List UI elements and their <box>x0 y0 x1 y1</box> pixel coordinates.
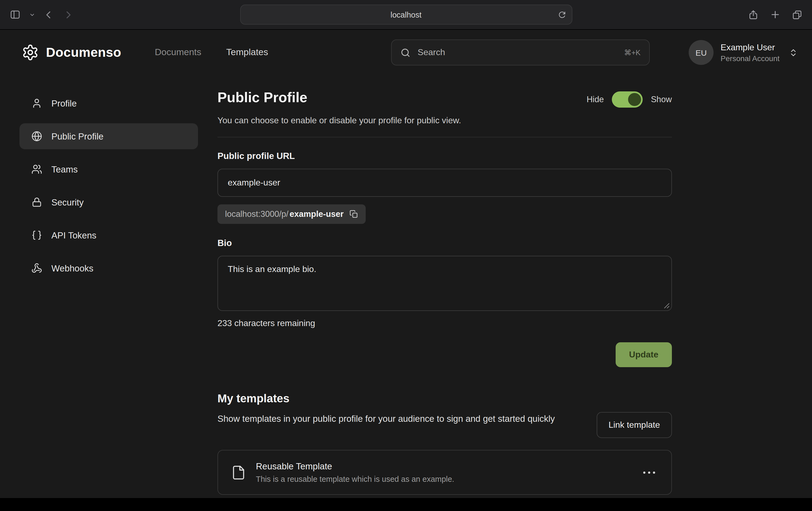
main-nav: Documents Templates <box>155 47 268 58</box>
app-header: Documenso Documents Templates Search ⌘+K… <box>0 30 812 75</box>
address-bar[interactable]: localhost <box>240 5 572 25</box>
file-icon <box>231 465 246 480</box>
avatar: EU <box>689 40 714 65</box>
new-tab-icon[interactable] <box>770 10 780 20</box>
browser-chrome: localhost <box>0 0 812 30</box>
toggle-knob <box>628 93 641 106</box>
address-bar-url: localhost <box>390 10 422 19</box>
profile-url-input[interactable] <box>218 169 672 197</box>
search-input[interactable]: Search ⌘+K <box>391 39 650 65</box>
page-subtitle: You can choose to enable or disable your… <box>218 116 672 125</box>
public-profile-panel: Public Profile Hide Show You can choose … <box>218 89 672 511</box>
brand-name: Documenso <box>46 45 121 60</box>
user-menu[interactable]: EU Example User Personal Account <box>689 40 798 65</box>
my-templates-description: Show templates in your public profile fo… <box>218 412 555 426</box>
user-name: Example User <box>721 42 780 52</box>
share-icon[interactable] <box>748 9 758 20</box>
nav-documents[interactable]: Documents <box>155 47 201 58</box>
sidebar-item-webhooks[interactable]: Webhooks <box>20 255 198 281</box>
documenso-logo-icon <box>22 44 39 61</box>
sidebar-item-teams[interactable]: Teams <box>20 156 198 182</box>
template-name: Reusable Template <box>256 461 454 472</box>
bio-textarea[interactable]: This is an example bio. <box>218 256 672 311</box>
sidebar-item-security[interactable]: Security <box>20 189 198 215</box>
sidebar-item-public-profile[interactable]: Public Profile <box>20 123 198 149</box>
bio-text: This is an example bio. <box>228 264 316 274</box>
lock-icon <box>31 197 42 208</box>
characters-remaining: 233 characters remaining <box>218 319 672 328</box>
brand[interactable]: Documenso <box>22 44 121 61</box>
webhook-icon <box>31 263 42 274</box>
bio-label: Bio <box>218 238 672 248</box>
bottom-bar <box>0 498 812 511</box>
search-shortcut: ⌘+K <box>624 48 640 57</box>
nav-templates[interactable]: Templates <box>226 47 268 58</box>
user-icon <box>31 98 42 109</box>
more-options-icon[interactable] <box>640 468 658 477</box>
divider <box>218 137 672 137</box>
toggle-show-label: Show <box>651 95 672 104</box>
profile-url-slug: example-user <box>289 209 344 219</box>
braces-icon <box>31 230 42 241</box>
users-icon <box>31 164 42 175</box>
reload-icon[interactable] <box>558 11 566 19</box>
copy-icon[interactable] <box>349 210 358 218</box>
search-placeholder: Search <box>417 48 445 57</box>
back-icon[interactable] <box>44 9 54 20</box>
update-button[interactable]: Update <box>616 342 672 367</box>
sidebar-item-profile[interactable]: Profile <box>20 90 198 116</box>
link-template-button[interactable]: Link template <box>597 412 672 438</box>
profile-visibility-toggle[interactable] <box>612 91 643 108</box>
profile-url-label: Public profile URL <box>218 151 672 161</box>
page-title: Public Profile <box>218 89 307 106</box>
profile-url-prefix: localhost:3000/p/ <box>225 209 288 219</box>
settings-sidebar: Profile Public Profile Teams Security <box>0 89 198 511</box>
template-card: Reusable Template This is a reusable tem… <box>218 450 672 495</box>
screen: localhost Documenso Documents <box>0 0 812 511</box>
sidebar-toggle-icon[interactable] <box>10 9 21 20</box>
app-body: Profile Public Profile Teams Security <box>0 75 812 511</box>
profile-url-preview[interactable]: localhost:3000/p/example-user <box>218 204 366 224</box>
search-icon <box>400 47 411 58</box>
template-description: This is a reusable template which is use… <box>256 475 454 483</box>
my-templates-title: My templates <box>218 392 672 405</box>
resize-grip-icon[interactable] <box>664 303 670 309</box>
forward-icon[interactable] <box>63 9 73 20</box>
globe-icon <box>31 131 42 142</box>
sidebar-item-api-tokens[interactable]: API Tokens <box>20 222 198 248</box>
chevron-down-icon[interactable] <box>29 11 35 18</box>
toggle-hide-label: Hide <box>587 95 604 104</box>
chevrons-up-down-icon <box>789 48 798 57</box>
user-account-type: Personal Account <box>721 54 780 62</box>
tab-overview-icon[interactable] <box>792 9 802 20</box>
